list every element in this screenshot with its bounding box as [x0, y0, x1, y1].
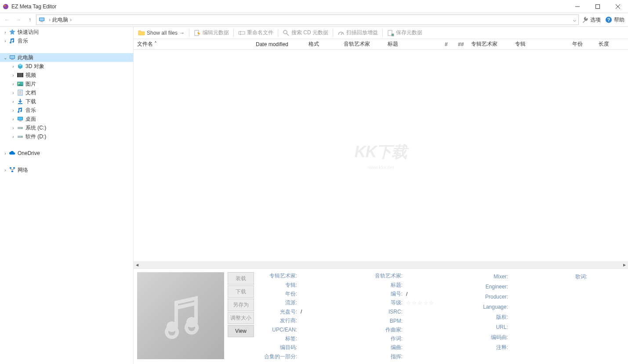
close-button[interactable]: [608, 0, 628, 13]
nav-back-button[interactable]: ←: [2, 14, 12, 25]
scroll-left-icon[interactable]: ◀: [134, 261, 141, 268]
save-metadata-button[interactable]: 保存元数据: [385, 28, 425, 38]
svg-point-29: [22, 137, 22, 137]
column-header[interactable]: 专辑: [512, 39, 569, 49]
scroll-right-icon[interactable]: ▶: [621, 261, 628, 268]
cover-action-button[interactable]: View: [228, 325, 254, 337]
column-header[interactable]: 格式: [305, 39, 340, 49]
chevron-right-icon[interactable]: ›: [11, 99, 16, 104]
meta-label: 编曲:: [365, 344, 404, 351]
meta-label: Mixer:: [470, 274, 510, 280]
meta-label: 标题:: [365, 281, 404, 289]
chevron-right-icon[interactable]: ›: [3, 167, 8, 173]
tree-item[interactable]: ›文档: [0, 88, 133, 97]
maximize-button[interactable]: [588, 0, 608, 13]
tree-item[interactable]: ›桌面: [0, 115, 133, 123]
column-header[interactable]: 音轨艺术家: [340, 39, 384, 49]
search-cd-metadata-button[interactable]: 搜索 CD 元数据: [280, 28, 331, 38]
svg-rect-31: [13, 167, 15, 169]
chevron-right-icon[interactable]: ›: [3, 151, 8, 156]
file-list-body[interactable]: KK下载 www.kkx.net: [134, 50, 628, 261]
tree-item[interactable]: ›OneDrive: [0, 149, 133, 158]
address-dropdown[interactable]: ⌵: [570, 17, 578, 23]
meta-label: 编目码:: [259, 344, 299, 351]
column-header[interactable]: 标题: [384, 39, 441, 49]
meta-value: ☆☆☆☆☆: [404, 300, 470, 306]
svg-rect-24: [18, 117, 22, 120]
meta-field: 专辑艺术家:: [259, 272, 365, 280]
edit-metadata-button[interactable]: 编辑元数据: [191, 28, 232, 38]
svg-rect-7: [40, 18, 44, 21]
column-header[interactable]: ##: [454, 39, 468, 49]
meta-value: /: [299, 309, 365, 315]
column-header[interactable]: 年份: [569, 39, 595, 49]
cover-buttons: 装载下载另存为调整大小View: [228, 272, 254, 360]
chevron-right-icon[interactable]: ›: [11, 125, 16, 130]
meta-label: 版权:: [470, 314, 510, 321]
tree-item[interactable]: ›音乐: [0, 36, 133, 45]
tree-item[interactable]: ⌄此电脑: [0, 53, 133, 62]
options-button[interactable]: 选项: [580, 14, 603, 25]
horizontal-scrollbar[interactable]: ◀ ▶: [134, 261, 628, 268]
help-button[interactable]: ? 帮助: [603, 14, 626, 25]
svg-point-42: [186, 317, 197, 328]
scan-replay-gain-button[interactable]: 扫描回放增益: [335, 28, 381, 38]
tree-item[interactable]: ›系统 (C:): [0, 123, 133, 132]
column-header[interactable]: Date modified: [252, 39, 305, 49]
folder-icon: [138, 29, 145, 36]
svg-rect-15: [17, 73, 18, 77]
column-header[interactable]: #: [441, 39, 454, 49]
svg-rect-14: [17, 73, 23, 77]
tree-item[interactable]: ›3D 对象: [0, 62, 133, 71]
nav-up-button[interactable]: ↑: [25, 14, 35, 25]
video-icon: [17, 72, 24, 79]
titlebar: EZ Meta Tag Editor: [0, 0, 628, 13]
chevron-right-icon[interactable]: ›: [11, 90, 16, 95]
column-header[interactable]: 长度: [595, 39, 621, 49]
address-bar[interactable]: ›此电脑› ⌵: [36, 14, 579, 25]
tree-item[interactable]: ›视频: [0, 71, 133, 79]
tree-item-label: 下载: [25, 98, 36, 105]
cover-action-button[interactable]: 另存为: [228, 299, 254, 311]
cloud-icon: [9, 150, 16, 157]
meta-field: 注释:: [470, 343, 563, 352]
cover-action-button[interactable]: 下载: [228, 285, 254, 298]
minimize-button[interactable]: [567, 0, 588, 13]
chevron-down-icon[interactable]: ⌄: [3, 55, 8, 60]
column-header[interactable]: 专辑艺术家: [468, 39, 512, 49]
nav-forward-button[interactable]: →: [13, 14, 24, 25]
chevron-right-icon[interactable]: ›: [11, 72, 16, 78]
tree-item[interactable]: ›软件 (D:): [0, 132, 133, 141]
cover-action-button[interactable]: 装载: [228, 272, 254, 285]
chevron-right-icon[interactable]: ›: [11, 116, 16, 122]
cover-action-button[interactable]: 调整大小: [228, 312, 254, 324]
rename-icon: [238, 29, 245, 36]
album-cover-placeholder: [137, 272, 224, 359]
chevron-right-icon[interactable]: ›: [11, 108, 16, 113]
tree-item[interactable]: ›下载: [0, 97, 133, 106]
tree-item[interactable]: ›图片: [0, 79, 133, 88]
show-all-files-button[interactable]: Show all files →: [135, 28, 187, 38]
chevron-right-icon[interactable]: ›: [3, 38, 8, 43]
meta-label: URL:: [470, 324, 510, 330]
meta-field: 流派:: [259, 299, 365, 306]
tree-item[interactable]: ›快速访问: [0, 28, 133, 36]
tree-item-label: 图片: [25, 80, 36, 88]
folder-tree[interactable]: ›快速访问›音乐⌄此电脑›3D 对象›视频›图片›文档›下载›音乐›桌面›系统 …: [0, 27, 134, 364]
chevron-right-icon[interactable]: ›: [11, 81, 16, 86]
pc-icon: [38, 16, 45, 23]
meta-label: 专辑艺术家:: [259, 272, 299, 280]
rename-files-button[interactable]: 重命名文件: [236, 28, 276, 38]
chevron-right-icon[interactable]: ›: [11, 64, 16, 69]
tree-item-label: 音乐: [25, 107, 36, 114]
tree-item[interactable]: ›网络: [0, 166, 133, 174]
column-header[interactable]: 文件名 ˄: [134, 39, 252, 49]
arrow-right-icon: →: [179, 30, 185, 36]
svg-rect-12: [10, 56, 15, 58]
tree-item-label: 3D 对象: [25, 63, 44, 70]
meta-label: BPM:: [365, 318, 404, 324]
tree-item[interactable]: ›音乐: [0, 106, 133, 115]
chevron-right-icon[interactable]: ›: [11, 134, 16, 139]
chevron-right-icon[interactable]: ›: [3, 29, 8, 35]
meta-field: Engineer:: [470, 282, 563, 291]
